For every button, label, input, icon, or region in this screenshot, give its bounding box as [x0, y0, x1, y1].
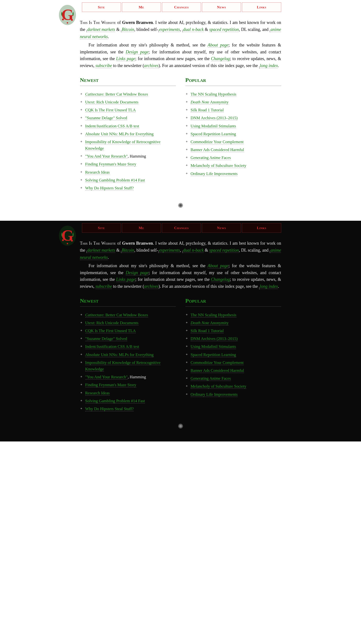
list-link[interactable]: Utext: Rich Unicode Documents: [85, 100, 138, 104]
list-link[interactable]: Absolute Unit NNs: MLPs for Everything: [85, 132, 154, 136]
popular-list: The NN Scaling HypothesisDeath Note Anon…: [185, 90, 281, 178]
columns: Newest Catitecture: Better Cat Window Bo…: [80, 76, 281, 192]
list-item: Utext: Rich Unicode Documents: [80, 98, 176, 106]
list-link[interactable]: Utext: Rich Unicode Documents: [85, 320, 138, 325]
link-longindex[interactable]: long index: [260, 63, 278, 68]
link-subscribe[interactable]: subscribe: [95, 63, 112, 68]
list-link[interactable]: Silk Road 1 Tutorial: [191, 328, 224, 333]
list-link[interactable]: Death Note Anonymity: [191, 320, 229, 325]
list-link[interactable]: Commoditize Your Complement: [191, 360, 244, 365]
list-link[interactable]: Spaced Repetition Learning: [191, 352, 236, 357]
link-about[interactable]: About page: [208, 42, 228, 48]
list-item: DNM Archives (2013–2015): [185, 335, 281, 342]
list-link[interactable]: Melancholy of Subculture Society: [191, 163, 246, 168]
site-logo-icon[interactable]: G: [59, 4, 76, 26]
list-link[interactable]: CQK Is The First Unused TLA: [85, 108, 136, 112]
list-link[interactable]: Research Ideas: [85, 170, 110, 175]
link-longindex[interactable]: long index: [260, 284, 278, 289]
list-link[interactable]: Impossibility of Knowledge of Retrocogni…: [85, 360, 161, 372]
light-section: G SiteMeChangesNewsLinks This Is The Web…: [0, 0, 361, 221]
list-link[interactable]: Catitecture: Better Cat Window Boxes: [85, 313, 148, 318]
link-bitcoin[interactable]: Bitcoin: [122, 248, 134, 253]
list-link[interactable]: Using Modafinil Stimulants: [191, 124, 236, 128]
list-link[interactable]: "You And Your Research": [85, 154, 128, 159]
link-darknet[interactable]: darknet markets: [87, 248, 115, 253]
list-link[interactable]: DNM Archives (2013–2015): [191, 336, 238, 341]
list-link[interactable]: Generating Anime Faces: [191, 155, 231, 160]
list-link[interactable]: Finding Feynman's Maze Story: [85, 382, 136, 387]
list-link[interactable]: The NN Scaling Hypothesis: [191, 313, 236, 318]
link-bitcoin[interactable]: Bitcoin: [122, 27, 134, 32]
link-changelog[interactable]: Changelog: [211, 277, 230, 282]
list-item: Banner Ads Considered Harmful: [185, 366, 281, 374]
nav-news[interactable]: News: [202, 2, 241, 12]
list-link[interactable]: DNM Archives (2013–2015): [191, 116, 238, 120]
list-link[interactable]: Banner Ads Considered Harmful: [191, 368, 244, 373]
nav-site[interactable]: Site: [82, 2, 121, 12]
link-subscribe[interactable]: subscribe: [95, 284, 112, 289]
nav-news[interactable]: News: [202, 223, 241, 233]
list-link[interactable]: Commoditize Your Complement: [191, 140, 244, 144]
link-darknet[interactable]: darknet markets: [87, 27, 115, 32]
nav-me[interactable]: Me: [122, 223, 161, 233]
list-item: Solving Gambling Problem #14 Fast: [80, 176, 176, 184]
list-link[interactable]: "Suzanne Delage" Solved: [85, 116, 127, 120]
list-link[interactable]: Why Do Hipsters Steal Stuff?: [85, 406, 134, 411]
list-link[interactable]: Indent/Justification CSS A/B test: [85, 344, 139, 349]
list-link[interactable]: Ordinary Life Improvements: [191, 392, 238, 397]
link-spaced[interactable]: spaced repetition: [209, 248, 239, 253]
list-link[interactable]: Silk Road 1 Tutorial: [191, 108, 224, 112]
link-archives[interactable]: archives: [144, 63, 158, 68]
list-link[interactable]: "Suzanne Delage" Solved: [85, 336, 127, 341]
list-link[interactable]: Finding Feynman's Maze Story: [85, 162, 136, 167]
svg-text:G: G: [61, 6, 73, 23]
link-archives[interactable]: archives: [144, 284, 158, 289]
nav-changes[interactable]: Changes: [162, 223, 201, 233]
link-design[interactable]: Design page: [126, 50, 149, 54]
section-divider-icon: ✺: [80, 200, 281, 211]
list-item: Absolute Unit NNs: MLPs for Everything: [80, 130, 176, 138]
list-item: Melancholy of Subculture Society: [185, 162, 281, 170]
link-spaced[interactable]: spaced repetition: [209, 27, 239, 32]
list-link[interactable]: Absolute Unit NNs: MLPs for Everything: [85, 352, 154, 357]
list-link[interactable]: Solving Gambling Problem #14 Fast: [85, 398, 145, 404]
list-item: "Suzanne Delage" Solved: [80, 114, 176, 122]
list-link[interactable]: Using Modafinil Stimulants: [191, 344, 236, 349]
list-link[interactable]: Research Ideas: [85, 391, 110, 396]
list-link[interactable]: "You And Your Research": [85, 375, 128, 380]
list-link[interactable]: Death Note Anonymity: [191, 100, 229, 104]
popular-col: Popular The NN Scaling HypothesisDeath N…: [185, 76, 281, 192]
link-links[interactable]: Links page: [116, 56, 135, 61]
list-link[interactable]: The NN Scaling Hypothesis: [191, 92, 236, 97]
list-link[interactable]: Ordinary Life Improvements: [191, 172, 238, 176]
link-dualnback[interactable]: dual n-back: [183, 27, 204, 32]
list-link[interactable]: Spaced Repetition Learning: [191, 132, 236, 136]
list-link[interactable]: Solving Gambling Problem #14 Fast: [85, 178, 145, 183]
newest-list: Catitecture: Better Cat Window BoxesUtex…: [80, 311, 176, 413]
nav-links[interactable]: Links: [242, 2, 281, 12]
list-link[interactable]: Melancholy of Subculture Society: [191, 384, 246, 389]
link-links[interactable]: Links page: [116, 277, 135, 282]
nav-changes[interactable]: Changes: [162, 2, 201, 12]
list-item: Indent/Justification CSS A/B test: [80, 342, 176, 350]
nav-me[interactable]: Me: [122, 2, 161, 12]
list-link[interactable]: Indent/Justification CSS A/B test: [85, 124, 139, 128]
link-about[interactable]: About page: [208, 263, 228, 268]
list-link[interactable]: Catitecture: Better Cat Window Boxes: [85, 92, 148, 97]
site-logo-icon[interactable]: G: [59, 224, 76, 247]
link-experiments[interactable]: experiments: [159, 248, 180, 253]
nav-site[interactable]: Site: [82, 223, 121, 233]
link-dualnback[interactable]: dual n-back: [183, 248, 204, 253]
list-link[interactable]: Generating Anime Faces: [191, 376, 231, 381]
list-link[interactable]: CQK Is The First Unused TLA: [85, 328, 136, 333]
link-experiments[interactable]: experiments: [159, 27, 180, 32]
list-link[interactable]: Impossibility of Knowledge of Retrocogni…: [85, 140, 161, 151]
link-design[interactable]: Design page: [126, 270, 149, 275]
list-link[interactable]: Why Do Hipsters Steal Stuff?: [85, 186, 134, 190]
list-item: Using Modafinil Stimulants: [185, 342, 281, 350]
list-item: Ordinary Life Improvements: [185, 390, 281, 398]
intro-text: This Is The Website of Gwern Branwen. I …: [80, 19, 281, 70]
link-changelog[interactable]: Changelog: [211, 56, 230, 61]
nav-links[interactable]: Links: [242, 223, 281, 233]
list-link[interactable]: Banner Ads Considered Harmful: [191, 148, 244, 152]
